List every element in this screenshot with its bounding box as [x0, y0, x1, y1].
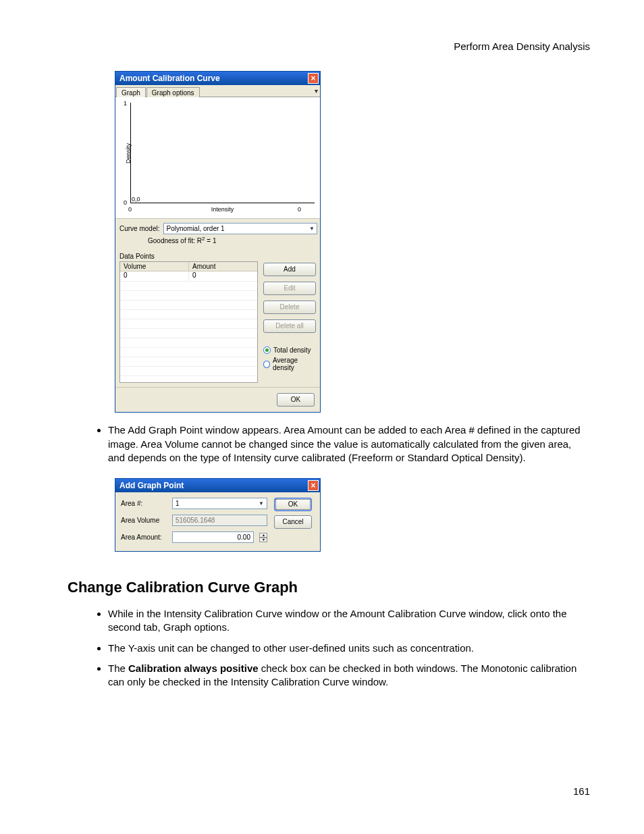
x-axis — [130, 203, 315, 203]
add-button[interactable]: Add — [263, 263, 316, 276]
area-volume-value: 516056.1648 — [176, 517, 215, 524]
window-title: Add Graph Point — [119, 481, 184, 490]
close-icon[interactable]: × — [308, 480, 319, 491]
edit-button[interactable]: Edit — [263, 282, 316, 295]
amount-spinner[interactable]: ▴ ▾ — [259, 533, 267, 542]
tabs-menu-icon[interactable]: ▾ — [312, 87, 320, 97]
area-volume-field: 516056.1648 — [172, 515, 267, 526]
cell-amount: 0 — [189, 271, 257, 281]
radio-average-density[interactable]: Average density — [263, 357, 316, 371]
list-item: The Calibration always positive check bo… — [108, 662, 590, 689]
area-amount-value: 0.00 — [238, 533, 250, 541]
spin-down-icon[interactable]: ▾ — [259, 538, 267, 542]
tab-graph[interactable]: Graph — [116, 87, 146, 97]
x-tick-max: 0 — [298, 206, 301, 213]
window-title: Amount Calibration Curve — [119, 74, 220, 83]
area-volume-label: Area Volume — [121, 517, 168, 524]
data-points-table[interactable]: Volume Amount 0 0 — [119, 261, 258, 383]
radio-total-label: Total density — [273, 346, 311, 354]
tab-graph-options[interactable]: Graph options — [146, 87, 200, 97]
radio-total-density[interactable]: Total density — [263, 346, 316, 354]
cell-volume: 0 — [120, 271, 189, 281]
cancel-button[interactable]: Cancel — [274, 515, 312, 529]
curve-model-label: Curve model: — [119, 225, 159, 232]
radio-on-icon — [263, 346, 271, 354]
delete-button[interactable]: Delete — [263, 301, 316, 314]
data-points-label: Data Points — [119, 253, 316, 260]
area-number-select[interactable]: 1 ▼ — [172, 498, 267, 509]
titlebar[interactable]: Amount Calibration Curve × — [115, 72, 320, 85]
area-number-label: Area #: — [121, 500, 168, 507]
radio-average-label: Average density — [273, 357, 316, 371]
curve-model-value: Polynomial, order 1 — [166, 225, 224, 232]
close-icon[interactable]: × — [308, 73, 319, 84]
add-graph-point-window: Add Graph Point × Area #: 1 ▼ Area Volum… — [115, 478, 321, 552]
list-item: While in the Intensity Calibration Curve… — [108, 607, 590, 635]
delete-all-button[interactable]: Delete all — [263, 319, 316, 333]
col-amount[interactable]: Amount — [189, 262, 257, 271]
origin-label: 0,0 — [132, 196, 140, 203]
col-volume[interactable]: Volume — [120, 262, 189, 271]
section-heading: Change Calibration Curve Graph — [68, 579, 590, 596]
titlebar[interactable]: Add Graph Point × — [115, 479, 320, 492]
ok-button[interactable]: OK — [277, 393, 315, 407]
spin-up-icon[interactable]: ▴ — [259, 533, 267, 538]
body-paragraph: The Add Graph Point window appears. Area… — [108, 423, 590, 465]
area-amount-label: Area Amount: — [121, 533, 168, 541]
area-number-value: 1 — [176, 500, 180, 507]
ok-button[interactable]: OK — [274, 498, 312, 511]
y-axis-label: Density — [125, 142, 132, 163]
radio-off-icon — [263, 361, 270, 368]
chart-area: 1 0 0,0 0 Intensity 0 Density — [115, 97, 320, 219]
page-number: 161 — [573, 785, 590, 797]
area-amount-field[interactable]: 0.00 — [172, 531, 254, 543]
chevron-down-icon: ▼ — [309, 226, 315, 232]
goodness-of-fit: Goodness of fit: R2 = 1 — [115, 236, 320, 250]
list-item: The Y-axis unit can be changed to other … — [108, 642, 590, 655]
amount-calibration-window: Amount Calibration Curve × Graph Graph o… — [115, 71, 321, 413]
table-row[interactable]: 0 0 — [120, 271, 257, 282]
curve-model-select[interactable]: Polynomial, order 1 ▼ — [163, 223, 317, 234]
page-header: Perform Area Density Analysis — [68, 41, 590, 52]
y-tick-max: 1 — [124, 100, 127, 107]
y-tick-min: 0 — [124, 199, 127, 206]
x-axis-label: Intensity — [130, 206, 315, 213]
chevron-down-icon: ▼ — [259, 500, 264, 506]
